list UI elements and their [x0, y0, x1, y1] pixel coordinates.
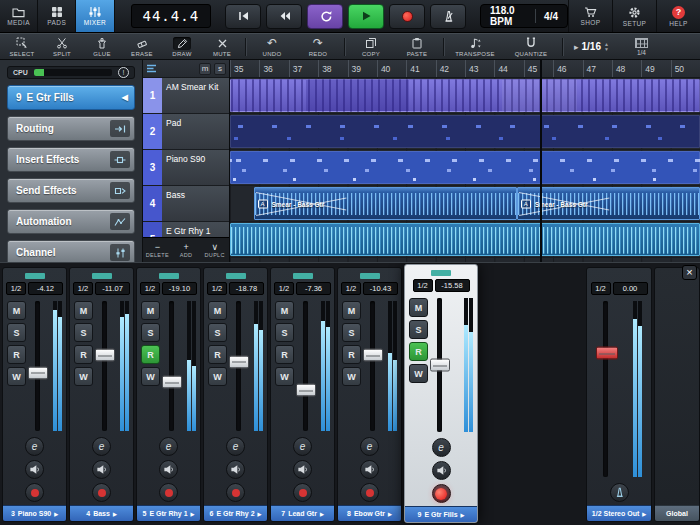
track-list-options-icon[interactable]: [146, 63, 157, 74]
fader-cap[interactable]: [229, 355, 249, 368]
solo-button[interactable]: S: [409, 320, 428, 339]
region-piano[interactable]: [230, 151, 700, 184]
channel-edit-button[interactable]: e: [226, 437, 245, 456]
inspector-item-automation[interactable]: Automation: [7, 209, 135, 234]
copy-button[interactable]: COPY: [348, 34, 394, 59]
track-row[interactable]: 2 Pad: [143, 114, 229, 150]
metronome-mix-button[interactable]: [610, 483, 629, 502]
mute-button[interactable]: M: [342, 301, 361, 320]
mute-button[interactable]: M: [208, 301, 227, 320]
solo-column-header[interactable]: s: [214, 63, 226, 75]
mute-button[interactable]: M: [409, 298, 428, 317]
help-button[interactable]: ? HELP: [656, 0, 700, 32]
monitor-button[interactable]: [25, 460, 44, 479]
read-automation-button[interactable]: R: [342, 345, 361, 364]
region-pad[interactable]: [230, 115, 700, 148]
timeline-ruler[interactable]: 35363738394041424344454647484950: [230, 60, 700, 78]
spinner-down-icon[interactable]: ▼: [604, 47, 609, 52]
grid-value-selector[interactable]: 1/4: [635, 38, 648, 56]
channel-io-routing[interactable]: 1/2: [207, 282, 227, 295]
draw-tool[interactable]: DRAW: [162, 34, 202, 59]
region-bass-audio-2[interactable]: A Smear - Bass Gtr: [517, 187, 700, 220]
volume-fader[interactable]: [163, 299, 197, 433]
close-mixer-button[interactable]: ×: [682, 265, 697, 280]
channel-edit-button[interactable]: e: [92, 437, 111, 456]
monitor-button[interactable]: [293, 460, 312, 479]
read-automation-button[interactable]: R: [208, 345, 227, 364]
write-automation-button[interactable]: W: [342, 367, 361, 386]
fader-cap[interactable]: [296, 384, 316, 397]
metronome-button[interactable]: [430, 4, 466, 29]
channel-edit-button[interactable]: e: [159, 437, 178, 456]
channel-edit-button[interactable]: e: [360, 437, 379, 456]
mixer-button[interactable]: MIXER: [76, 0, 114, 32]
mixer-strip-5[interactable]: 1/2 -19.10 M S R W e: [136, 267, 201, 522]
undo-button[interactable]: ↶ UNDO: [249, 34, 295, 59]
channel-name-label[interactable]: 8 Ebow Gtr ▶: [338, 505, 401, 521]
monitor-button[interactable]: [159, 460, 178, 479]
output-io-routing[interactable]: 1/2: [591, 282, 611, 295]
channel-name-label[interactable]: 5 E Gtr Rhy 1 ▶: [137, 505, 200, 521]
go-to-start-button[interactable]: [225, 4, 261, 29]
read-automation-button[interactable]: R: [409, 342, 428, 361]
record-arm-button[interactable]: [432, 484, 451, 503]
fader-cap[interactable]: [363, 349, 383, 362]
record-button[interactable]: [389, 4, 425, 29]
fader-cap[interactable]: [430, 359, 450, 372]
channel-io-routing[interactable]: 1/2: [140, 282, 160, 295]
fader-cap[interactable]: [95, 349, 115, 362]
write-automation-button[interactable]: W: [141, 367, 160, 386]
output-name-label[interactable]: 1/2 Stereo Out ▶: [587, 505, 651, 521]
mute-button[interactable]: M: [7, 301, 26, 320]
monitor-button[interactable]: [226, 460, 245, 479]
volume-fader[interactable]: [230, 299, 264, 433]
record-arm-button[interactable]: [226, 483, 245, 502]
stereo-out-strip[interactable]: 1/2 0.00 1/2 Stereo Out ▶: [586, 267, 652, 522]
read-automation-button[interactable]: R: [275, 345, 294, 364]
info-icon[interactable]: !: [118, 67, 129, 78]
write-automation-button[interactable]: W: [7, 367, 26, 386]
mixer-strip-7[interactable]: 1/2 -7.36 M S R W e: [270, 267, 335, 522]
quantize-spinner[interactable]: ▲ ▼: [604, 42, 609, 52]
cycle-loop-button[interactable]: [307, 4, 343, 29]
delete-track-button[interactable]: − DELETE: [143, 238, 172, 262]
quantize-button[interactable]: QUANTIZE: [503, 34, 559, 59]
channel-name-label[interactable]: 9 E Gtr Fills ▶: [405, 506, 477, 522]
output-volume-fader[interactable]: [591, 299, 648, 479]
solo-button[interactable]: S: [74, 323, 93, 342]
split-tool[interactable]: SPLIT: [42, 34, 82, 59]
region-bass-audio-1[interactable]: A Smear - Bass Gtr: [254, 187, 517, 220]
solo-button[interactable]: S: [7, 323, 26, 342]
read-automation-button[interactable]: R: [141, 345, 160, 364]
volume-fader[interactable]: [29, 299, 63, 433]
fader-cap[interactable]: [28, 366, 48, 379]
tempo-display[interactable]: 118.0 BPM 4/4: [480, 4, 568, 28]
arrangement-area[interactable]: 35363738394041424344454647484950 A S: [230, 60, 700, 262]
mute-button[interactable]: M: [74, 301, 93, 320]
global-strip[interactable]: Global: [654, 267, 700, 522]
channel-edit-button[interactable]: e: [25, 437, 44, 456]
time-position-display[interactable]: 44.4.4: [131, 4, 212, 28]
track-row[interactable]: 1 AM Smear Kit: [143, 78, 229, 114]
mixer-strip-6[interactable]: 1/2 -18.78 M S R W e: [203, 267, 268, 522]
channel-io-routing[interactable]: 1/2: [6, 282, 26, 295]
channel-io-routing[interactable]: 1/2: [413, 279, 433, 292]
glue-tool[interactable]: GLUE: [82, 34, 122, 59]
record-arm-button[interactable]: [360, 483, 379, 502]
write-automation-button[interactable]: W: [208, 367, 227, 386]
setup-button[interactable]: SETUP: [612, 0, 656, 32]
mixer-strip-3[interactable]: 1/2 -4.12 M S R W e: [2, 267, 67, 522]
mute-button[interactable]: M: [275, 301, 294, 320]
add-track-button[interactable]: + ADD: [172, 238, 201, 262]
record-arm-button[interactable]: [92, 483, 111, 502]
selected-track-button[interactable]: 9 E Gtr Fills ◀: [7, 85, 135, 110]
write-automation-button[interactable]: W: [409, 364, 428, 383]
mixer-strip-8[interactable]: 1/2 -10.43 M S R W e: [337, 267, 402, 522]
erase-tool[interactable]: ERASE: [122, 34, 162, 59]
channel-edit-button[interactable]: e: [432, 438, 451, 457]
solo-button[interactable]: S: [342, 323, 361, 342]
inspector-item-channel[interactable]: Channel: [7, 240, 135, 262]
duplicate-track-button[interactable]: ∨ DUPLC: [200, 238, 229, 262]
record-arm-button[interactable]: [159, 483, 178, 502]
volume-fader[interactable]: [364, 299, 398, 433]
